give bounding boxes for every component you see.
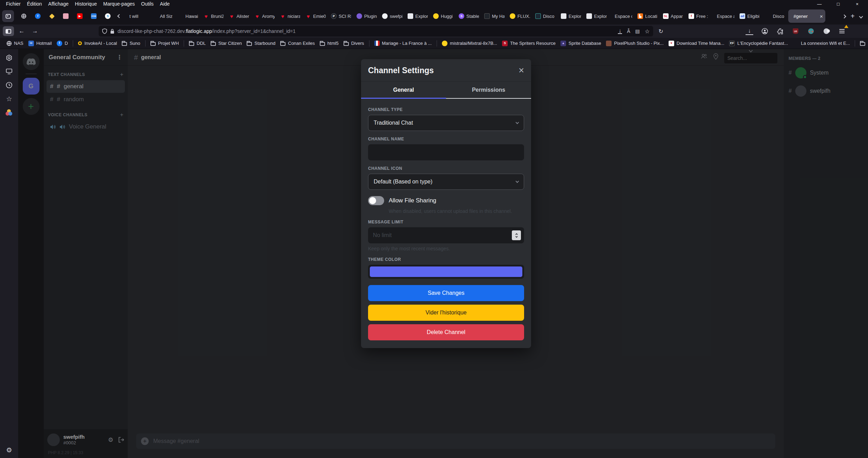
- modal-tab-general[interactable]: General: [361, 82, 446, 99]
- maximize-button[interactable]: □: [836, 1, 841, 7]
- chatgpt-sidebar-icon[interactable]: [5, 54, 13, 62]
- bookmark-hotmail[interactable]: ✉Hotmail: [26, 40, 54, 47]
- bookmark-mistralai-mixtral-8x7b[interactable]: mistralai/Mixtral-8x7B...: [439, 40, 500, 47]
- browser-tab-disco[interactable]: Disco: [763, 9, 788, 23]
- browser-tab-explor[interactable]: Explor: [558, 9, 584, 23]
- bookmark-the-spriters-resource[interactable]: SThe Spriters Resource: [500, 40, 558, 47]
- browser-tab-explor[interactable]: Explor: [405, 9, 430, 23]
- browser-tab-eligibi[interactable]: adEligibi: [737, 9, 762, 23]
- browser-tab-hawai[interactable]: Hawai: [175, 9, 200, 23]
- palette-extension-icon[interactable]: [5, 109, 13, 116]
- scroll-tabs-left-button[interactable]: [115, 15, 123, 18]
- new-tab-button[interactable]: +: [851, 12, 855, 20]
- bookmark-starbound[interactable]: Starbound: [244, 40, 278, 47]
- file-sharing-toggle[interactable]: [368, 196, 384, 205]
- pinned-tab-globe[interactable]: [17, 9, 30, 23]
- sidebar-settings-gear-icon[interactable]: ⚙: [5, 446, 13, 454]
- forward-button[interactable]: →: [29, 26, 41, 36]
- menu-marque-pages[interactable]: Marque-pages: [100, 1, 138, 7]
- minimize-button[interactable]: —: [817, 1, 822, 7]
- modal-close-icon[interactable]: ×: [518, 67, 524, 75]
- theme-color-input[interactable]: [368, 265, 524, 279]
- bookmark-ddl[interactable]: DDL: [186, 40, 208, 47]
- bookmarks-star-sidebar-icon[interactable]: ☆: [5, 95, 13, 103]
- browser-tab-all-siz[interactable]: All Siz: [150, 9, 175, 23]
- bookmark-l-encyclop-die-fantast[interactable]: EFL'Encyclopédie Fantast...: [727, 40, 790, 47]
- menu-aide[interactable]: Aide: [157, 1, 173, 7]
- browser-tab-flux[interactable]: FLUX.: [507, 9, 532, 23]
- save-changes-button[interactable]: Save Changes: [368, 285, 524, 301]
- browser-tab-niciara[interactable]: ♥niciara: [277, 9, 303, 23]
- browser-tab-disco[interactable]: Disco: [533, 9, 558, 23]
- lock-icon[interactable]: [110, 29, 114, 34]
- delete-channel-button[interactable]: Delete Channel: [368, 324, 524, 340]
- pinned-tab-synology[interactable]: S: [101, 9, 114, 23]
- back-button[interactable]: ←: [16, 26, 27, 36]
- pinned-tab-gold-diamond[interactable]: [45, 9, 58, 23]
- firefox-view-button[interactable]: [2, 10, 14, 22]
- browser-tab-explor[interactable]: Explor: [584, 9, 609, 23]
- bookmark-d[interactable]: fD: [54, 40, 70, 47]
- browser-tab-gener[interactable]: #gener×: [788, 9, 825, 23]
- bookmark-suno[interactable]: Suno: [119, 40, 142, 47]
- bookmark-html5[interactable]: html5: [317, 40, 341, 47]
- menu-outils[interactable]: Outils: [138, 1, 157, 7]
- downloads-icon[interactable]: ↓: [746, 27, 753, 35]
- browser-tab-alister[interactable]: ♥Alister: [226, 9, 252, 23]
- gray-blob-extension-icon[interactable]: [823, 27, 830, 35]
- browser-tab-sci-re[interactable]: PSCI RE: [329, 9, 354, 23]
- bookmark-star-citizen[interactable]: Star Citizen: [208, 40, 244, 47]
- browser-tab-swefpi[interactable]: swefpi: [380, 9, 405, 23]
- pinned-tab-facebook[interactable]: f: [31, 9, 44, 23]
- pinned-tab-pixel-sprite[interactable]: [59, 9, 72, 23]
- tracking-shield-icon[interactable]: [102, 28, 107, 34]
- sidebar-toggle-button[interactable]: [3, 26, 14, 36]
- menu-dition[interactable]: Édition: [24, 1, 45, 7]
- channel-type-select[interactable]: Traditional Chat: [368, 115, 524, 131]
- bookmark-download-time-mana[interactable]: ♥Download Time Mana...: [666, 40, 727, 47]
- modal-tab-permissions[interactable]: Permissions: [446, 82, 531, 99]
- browser-tab-espace-cli[interactable]: Espace cli: [609, 9, 635, 23]
- bookmark-invokeai-local[interactable]: InvokeAI - Local: [76, 40, 119, 47]
- pinned-tab-youtube[interactable]: ▶: [73, 9, 86, 23]
- browser-tab-espace-ab[interactable]: Espace ab: [712, 9, 737, 23]
- vider-l-historique-button[interactable]: Vider l'historique: [368, 305, 524, 321]
- tab-close-icon[interactable]: ×: [820, 13, 823, 19]
- bookmark-star-icon[interactable]: ☆: [645, 28, 650, 35]
- translate-icon[interactable]: Â: [627, 28, 630, 34]
- number-spinner[interactable]: [512, 230, 521, 240]
- extensions-puzzle-icon[interactable]: [776, 27, 784, 35]
- menu-historique[interactable]: Historique: [72, 1, 100, 7]
- list-tabs-button[interactable]: [860, 13, 862, 19]
- scroll-tabs-right-button[interactable]: [843, 13, 846, 19]
- menu-affichage[interactable]: Affichage: [45, 1, 72, 7]
- browser-tab-emie0[interactable]: ♥Emie0: [303, 9, 328, 23]
- monkey-extension-icon[interactable]: [807, 27, 815, 35]
- browser-tab-bruni2[interactable]: ♥Bruni2: [201, 9, 226, 23]
- ublock-shield-icon[interactable]: U0: [792, 27, 799, 35]
- pinned-tab-dsm[interactable]: DSM: [87, 9, 100, 23]
- channel-name-input[interactable]: [368, 144, 524, 160]
- bookmark-la-connexion-wifi-et-e[interactable]: La connexion Wifi et E...: [790, 40, 852, 47]
- bookmark-projet-wh[interactable]: Projet WH: [148, 40, 181, 47]
- message-limit-input[interactable]: [368, 227, 524, 243]
- bookmark-conan-exiles[interactable]: Conan Exiles: [278, 40, 317, 47]
- browser-tab-huggi[interactable]: Huggi: [431, 9, 456, 23]
- browser-tab-locati[interactable]: ▙Locati: [635, 9, 660, 23]
- bookmark-nas[interactable]: NAS: [4, 40, 26, 47]
- account-icon[interactable]: [761, 27, 769, 35]
- browser-tab-free[interactable]: fFree :: [686, 9, 711, 23]
- browser-tab-plugin[interactable]: Plugin: [354, 9, 379, 23]
- url-bar[interactable]: discord-like-php-chat-7262.dev.flatlogic…: [99, 26, 653, 36]
- browser-tab-appar[interactable]: SLAppar: [661, 9, 686, 23]
- history-clock-icon[interactable]: [5, 81, 13, 89]
- bookmark-pixelplush-studio-pix[interactable]: PixelPlush Studio - Pix...: [604, 40, 666, 47]
- app-menu-button[interactable]: [838, 27, 846, 35]
- bookmark-divers[interactable]: Divers: [341, 40, 367, 47]
- screen-share-sidebar-icon[interactable]: [5, 68, 13, 75]
- close-button[interactable]: ×: [855, 1, 860, 7]
- reload-button[interactable]: ↻: [655, 26, 666, 36]
- browser-tab-my-ha[interactable]: My Ha: [482, 9, 507, 23]
- bookmark-divers[interactable]: Divers: [858, 40, 868, 47]
- browser-tab-aromy[interactable]: ♥Aromy: [252, 9, 277, 23]
